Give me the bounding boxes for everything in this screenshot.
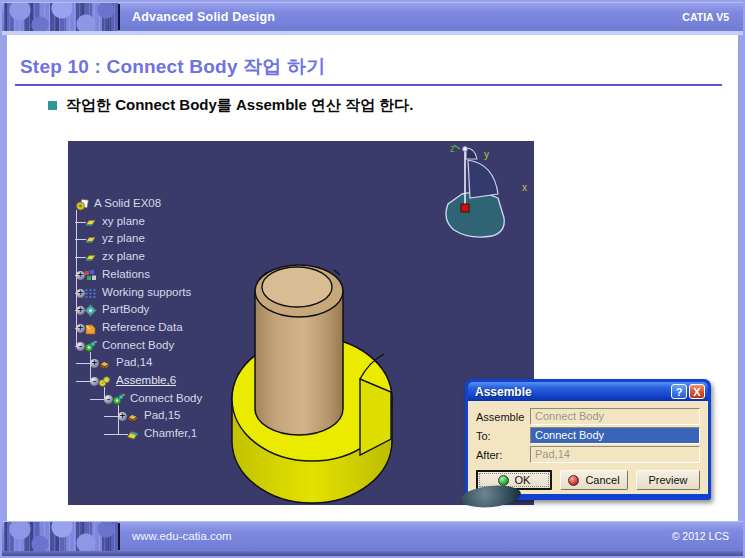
tree-node-pad-14[interactable]: +Pad,14	[68, 355, 288, 371]
tree-node-label: Assemble,6	[116, 374, 176, 386]
tree-branch-line	[104, 434, 128, 435]
footer-separator	[118, 523, 120, 550]
header-banner: Advanced Solid Design CATIA V5	[2, 2, 743, 32]
ok-label: OK	[515, 474, 531, 486]
tree-node-label: Working supports	[102, 286, 191, 298]
dialog-field-value[interactable]: Pad,14	[530, 446, 700, 463]
compass-knob	[463, 147, 468, 152]
footer-url: www.edu-catia.com	[132, 522, 232, 551]
dialog-field-row: AssembleConnect Body	[476, 408, 700, 425]
dialog-field-value[interactable]: Connect Body	[530, 427, 700, 444]
tree-node-label: xy plane	[102, 215, 145, 227]
assemble-dialog: Assemble ? X AssembleConnect BodyTo:Conn…	[465, 379, 711, 500]
header-separator	[118, 4, 120, 30]
pad-icon	[98, 357, 111, 370]
dialog-field-label: Assemble	[476, 411, 530, 423]
tree-node-label: PartBody	[102, 303, 149, 315]
connectbody-icon	[84, 340, 97, 353]
z-axis-label: z	[450, 143, 455, 154]
footer-copyright: © 2012 LCS	[672, 522, 729, 551]
y-axis-label: y	[484, 149, 489, 160]
tree-node-label: Connect Body	[102, 339, 174, 351]
tree-node-a-solid-ex08[interactable]: A Solid EX08	[68, 196, 288, 212]
tree-trunk-line	[90, 352, 91, 381]
dialog-title: Assemble	[475, 385, 669, 399]
preview-label: Preview	[648, 474, 687, 486]
title-underline	[15, 84, 722, 86]
dialog-field-label: After:	[476, 449, 530, 461]
plane-icon	[84, 251, 97, 264]
tree-trunk-line	[76, 210, 77, 346]
preview-button[interactable]: Preview	[636, 470, 700, 490]
compass-base-plane	[446, 193, 504, 237]
bullet-row: 작업한 Connect Body를 Assemble 연산 작업 한다.	[48, 96, 414, 115]
bullet-marker	[48, 101, 57, 110]
tree-node-relations[interactable]: +Relations	[68, 267, 288, 283]
help-button[interactable]: ?	[671, 384, 687, 399]
close-button[interactable]: X	[689, 384, 705, 399]
supports-icon	[84, 287, 97, 300]
bullet-text: 작업한 Connect Body를 Assemble 연산 작업 한다.	[66, 96, 414, 115]
partbody-icon	[84, 304, 97, 317]
dialog-field-value[interactable]: Connect Body	[530, 408, 700, 425]
slide: Advanced Solid Design CATIA V5 Step 10 :…	[0, 0, 745, 558]
tree-node-assemble-6[interactable]: -Assemble,6	[68, 373, 288, 389]
dialog-body: AssembleConnect BodyTo:Connect BodyAfter…	[468, 401, 708, 494]
x-axis-label: x	[522, 182, 527, 193]
course-title: Advanced Solid Design	[132, 3, 275, 31]
connectbody-icon	[112, 393, 125, 406]
tree-node-partbody[interactable]: +PartBody	[68, 302, 288, 318]
dialog-field-row: To:Connect Body	[476, 427, 700, 444]
dialog-field-row: After:Pad,14	[476, 446, 700, 463]
tree-node-label: Connect Body	[130, 392, 202, 404]
part-icon	[76, 198, 89, 211]
tree-trunk-line	[104, 387, 105, 399]
refdata-icon	[84, 322, 97, 335]
tree-node-label: Chamfer,1	[144, 427, 197, 439]
tree-node-yz-plane[interactable]: yz plane	[68, 231, 288, 247]
chamfer-icon	[126, 428, 139, 441]
tree-node-label: yz plane	[102, 232, 145, 244]
compass-arc	[468, 160, 498, 198]
footer-decoration	[4, 522, 118, 551]
tree-node-chamfer-1[interactable]: Chamfer,1	[68, 426, 288, 442]
footer-banner: www.edu-catia.com © 2012 LCS	[2, 521, 743, 552]
page-title: Step 10 : Connect Body 작업 하기	[20, 54, 325, 80]
cancel-button[interactable]: Cancel	[560, 470, 628, 490]
tree-node-label: zx plane	[102, 250, 145, 262]
assemble-icon	[98, 375, 111, 388]
ok-led-icon	[498, 475, 509, 486]
pad-icon	[126, 410, 139, 423]
tree-node-connect-body[interactable]: -Connect Body	[68, 338, 288, 354]
tree-node-label: Pad,15	[144, 409, 180, 421]
dialog-field-label: To:	[476, 430, 530, 442]
plane-icon	[84, 216, 97, 229]
tree-node-connect-body[interactable]: -Connect Body	[68, 391, 288, 407]
tree-node-xy-plane[interactable]: xy plane	[68, 214, 288, 230]
cancel-label: Cancel	[585, 474, 619, 486]
plane-icon	[84, 233, 97, 246]
view-compass[interactable]: z y x	[440, 142, 534, 244]
compass-anchor	[461, 204, 469, 212]
tree-node-reference-data[interactable]: +Reference Data	[68, 320, 288, 336]
tree-node-label: Reference Data	[102, 321, 183, 333]
header-decoration	[4, 3, 118, 31]
tree-node-label: A Solid EX08	[94, 197, 161, 209]
tree-node-label: Pad,14	[116, 356, 152, 368]
tree-node-pad-15[interactable]: +Pad,15	[68, 408, 288, 424]
tree-node-working-supports[interactable]: +Working supports	[68, 285, 288, 301]
relations-icon	[84, 269, 97, 282]
tree-node-zx-plane[interactable]: zx plane	[68, 249, 288, 265]
cancel-led-icon	[568, 475, 579, 486]
footer-strip	[2, 551, 743, 556]
tree-trunk-line	[118, 405, 119, 434]
tree-node-label: Relations	[102, 268, 150, 280]
dialog-fields: AssembleConnect BodyTo:Connect BodyAfter…	[476, 408, 700, 463]
dialog-titlebar[interactable]: Assemble ? X	[468, 382, 708, 401]
brand-label: CATIA V5	[682, 3, 729, 31]
